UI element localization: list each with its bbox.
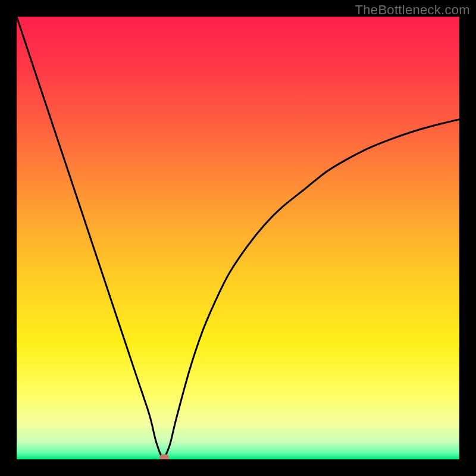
minimum-marker — [159, 455, 169, 459]
plot-area — [17, 17, 459, 459]
watermark-text: TheBottleneck.com — [355, 2, 470, 18]
chart-frame: TheBottleneck.com — [0, 0, 476, 476]
bottleneck-curve — [17, 17, 459, 459]
